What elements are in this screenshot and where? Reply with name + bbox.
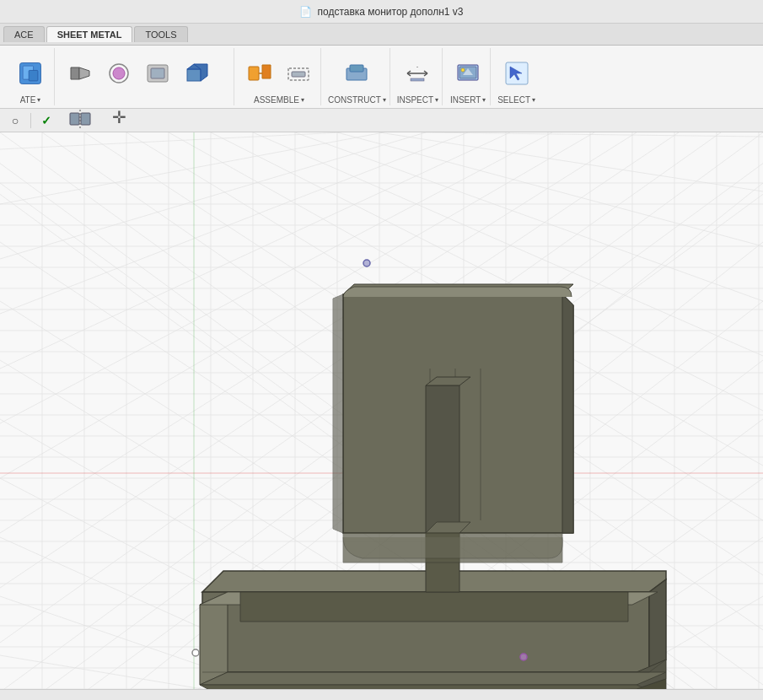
svg-marker-137	[240, 592, 628, 622]
svg-point-4	[113, 67, 125, 79]
svg-rect-2	[29, 70, 38, 80]
marker-1	[363, 260, 370, 267]
select-button[interactable]	[498, 51, 535, 95]
assemble2-button[interactable]	[280, 51, 317, 95]
confirm-button[interactable]: ✓	[36, 111, 56, 130]
ribbon-group-select: SELECT ▾	[494, 48, 539, 105]
ribbon-group-create: ATE ▾	[7, 48, 55, 105]
svg-rect-7	[187, 69, 201, 81]
status-bar	[0, 689, 763, 700]
construct-group-label[interactable]: CONSTRUCT ▾	[328, 95, 386, 106]
unfold-icon	[105, 60, 132, 87]
svg-rect-6	[151, 68, 164, 78]
svg-line-86	[422, 132, 763, 137]
tool-strip-separator	[30, 113, 31, 128]
ribbon-group-assemble: ASSEMBLE ▾	[238, 48, 321, 105]
svg-line-84	[337, 132, 763, 246]
flange-button[interactable]	[62, 51, 99, 95]
svg-rect-8	[70, 113, 79, 125]
select-dropdown-arrow: ▾	[532, 96, 535, 104]
unfold-button[interactable]	[100, 51, 137, 95]
document-title: подставка монитор дополн1 v3	[317, 6, 463, 18]
marker-2	[192, 649, 199, 656]
bend-icon	[144, 60, 171, 87]
construct-dropdown-arrow: ▾	[383, 96, 386, 104]
extrude-button[interactable]	[178, 51, 215, 95]
tab-face[interactable]: ACE	[3, 26, 45, 42]
mirror-icon	[67, 105, 94, 132]
ribbon-group-modify: ✛ MODIFY ▾	[58, 48, 234, 105]
svg-line-85	[379, 132, 763, 191]
flange-icon	[67, 60, 94, 87]
svg-point-29	[461, 68, 465, 72]
insert-icon	[454, 60, 481, 87]
circle-tool-button[interactable]: ○	[5, 111, 25, 130]
inspect-button[interactable]	[399, 51, 436, 95]
inspect-group-label[interactable]: INSPECT ▾	[397, 95, 438, 106]
svg-rect-26	[411, 78, 424, 81]
ribbon-group-insert: INSERT ▾	[446, 48, 491, 105]
assemble2-icon	[285, 60, 312, 87]
svg-line-83	[295, 132, 763, 301]
svg-rect-16	[292, 72, 305, 77]
ribbon: ATE ▾	[0, 46, 763, 109]
create-dropdown-arrow: ▾	[37, 96, 40, 104]
svg-rect-18	[350, 65, 363, 72]
create-button[interactable]	[10, 51, 51, 95]
assemble-dropdown-arrow: ▾	[301, 96, 304, 104]
insert-button[interactable]	[449, 51, 486, 95]
svg-text:✛: ✛	[112, 108, 126, 127]
tab-tools[interactable]: TOOLS	[134, 26, 187, 42]
bend-button[interactable]	[139, 51, 176, 95]
svg-rect-9	[81, 113, 90, 125]
select-icon	[503, 60, 530, 87]
select-group-label[interactable]: SELECT ▾	[497, 95, 535, 106]
svg-marker-134	[200, 685, 666, 689]
svg-marker-120	[562, 294, 573, 533]
create-group-label[interactable]: ATE ▾	[20, 95, 41, 106]
assemble1-icon	[246, 60, 273, 87]
inspect-dropdown-arrow: ▾	[435, 96, 438, 104]
svg-marker-125	[426, 385, 459, 533]
tab-sheet-metal[interactable]: SHEET METAL	[46, 26, 133, 42]
insert-group-label[interactable]: INSERT ▾	[450, 95, 486, 106]
extrude-icon	[183, 60, 210, 87]
svg-line-95	[0, 655, 202, 689]
tab-row: ACE SHEET METAL TOOLS	[0, 24, 763, 46]
svg-line-106	[0, 132, 426, 259]
create-icon	[17, 60, 44, 87]
assemble-group-label[interactable]: ASSEMBLE ▾	[254, 95, 304, 106]
svg-marker-13	[262, 65, 271, 78]
move-icon: ✛	[105, 105, 132, 132]
svg-marker-133	[200, 672, 666, 685]
assemble1-button[interactable]	[241, 51, 278, 95]
inspect-icon	[404, 60, 431, 87]
viewport[interactable]	[0, 132, 763, 689]
svg-marker-141	[333, 294, 343, 533]
ribbon-group-construct: CONSTRUCT ▾	[325, 48, 390, 105]
grid	[0, 132, 763, 689]
construct-button[interactable]	[338, 51, 375, 95]
svg-marker-130	[200, 592, 228, 685]
marker-3	[520, 654, 527, 660]
ribbon-group-inspect: INSPECT ▾	[394, 48, 443, 105]
insert-dropdown-arrow: ▾	[482, 96, 486, 104]
title-bar: 📄 подставка монитор дополн1 v3	[0, 0, 763, 24]
construct-icon	[343, 60, 370, 87]
monitor-model	[200, 284, 666, 689]
svg-rect-12	[249, 67, 259, 80]
document-icon: 📄	[299, 6, 312, 18]
svg-line-108	[0, 132, 341, 149]
